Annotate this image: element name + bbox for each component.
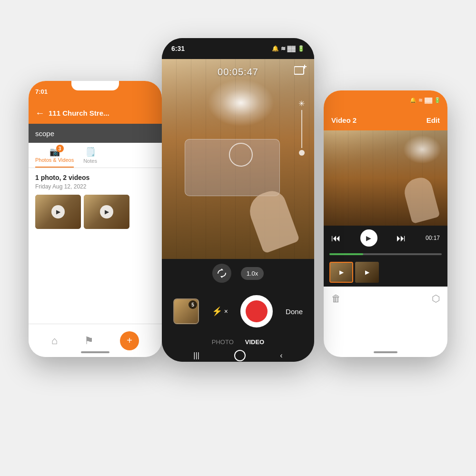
content-area-left: 1 photo, 2 videos Friday Aug 12, 2022 ▶ … [29,168,162,235]
video-mode-label[interactable]: VIDEO [245,338,264,346]
time-center: 6:31 [171,45,185,52]
header-left: ← 111 Church Stre... [29,102,162,124]
progress-track[interactable] [329,253,442,255]
menu-nav-icon: ||| [193,351,199,360]
camera-viewfinder[interactable]: 00:05:47 ✳ [162,59,314,259]
video-player-right[interactable] [324,130,447,226]
video-title: Video 2 [331,116,357,124]
photos-badge: 3 [56,145,64,152]
photo-mode-label[interactable]: PHOTO [212,338,234,346]
svg-rect-0 [294,67,304,74]
strip-play-2: ▶ [355,262,379,283]
status-bar-right: 🔔 ≋ ▓▓ 🔋 [324,90,447,109]
rewind-button[interactable]: ⏮ [331,233,341,244]
strip-thumb-1[interactable]: ▶ [329,262,353,283]
done-button[interactable]: Done [286,307,303,316]
gesture-bar-left [81,351,109,353]
bright-spot-right [403,135,441,164]
notch-center [209,38,267,50]
tab-photos-videos[interactable]: 📷 3 Photos & Videos [35,147,74,168]
zoom-button[interactable]: 1.0x [241,267,264,280]
gesture-bar-center: ||| ‹ [162,348,314,362]
signal-icon-right: ▓▓ [425,97,432,103]
phone-center: 6:31 🔔 ≋ ▓▓ 🔋 00:05:47 [162,38,314,362]
wifi-icon: ≋ [281,45,286,52]
scope-bar: scope [29,124,162,143]
play-button-2[interactable]: ▶ [100,205,113,218]
play-main-button[interactable]: ▶ [360,229,377,247]
photo-count: 1 photo, 2 videos [35,174,155,181]
signal-icon: ▓▓ [288,45,296,52]
tab-bar-left: 📷 3 Photos & Videos 🗒️ Notes [29,143,162,168]
record-button[interactable] [240,295,273,327]
bright-spot [208,79,274,127]
notch-left [71,81,119,90]
alarm-icon-right: 🔔 [410,97,416,103]
exposure-line [301,110,302,148]
date-label: Friday Aug 12, 2022 [35,183,155,190]
exposure-dot [299,150,305,156]
header-right: Video 2 Edit [324,109,447,130]
flag-nav-icon[interactable]: ⚑ [84,335,94,347]
flash-button[interactable]: ⚡ × [212,306,228,317]
playback-controls: ⏮ ▶ ⏭ 00:17 [324,226,447,250]
tab-notes-label: Notes [83,158,97,164]
exposure-control[interactable]: ✳ [298,99,305,166]
battery-icon-right: 🔋 [434,97,441,103]
scope-label: scope [35,129,54,138]
strip-thumb-2[interactable]: ▶ [355,262,379,283]
recording-timer: 00:05:47 [218,67,258,78]
phone-left: 7:01 ← 111 Church Stre... scope 📷 3 Phot… [29,81,162,357]
progress-fill [329,253,363,255]
thumbnail-row: ▶ ▶ [35,195,155,229]
play-button-1[interactable]: ▶ [51,205,65,218]
notes-icon: 🗒️ [85,147,96,157]
wifi-icon-right: ≋ [418,97,423,103]
delete-icon[interactable]: 🗑 [331,293,341,304]
back-button-left[interactable]: ← [35,108,45,119]
svg-marker-3 [220,268,223,270]
bottom-controls: 5 ⚡ × Done [162,288,314,335]
back-nav-icon: ‹ [280,351,282,360]
right-bottom-area: 🗑 ⬡ [324,287,447,310]
progress-bar-area[interactable] [324,250,447,258]
thumbnail-strip: ▶ ▶ [324,258,447,287]
add-photo-button[interactable] [294,65,307,79]
camera-controls-row: 1.0x [162,259,314,288]
home-nav-icon[interactable]: ⌂ [51,335,58,347]
playback-time: 00:17 [426,235,440,241]
svg-marker-4 [220,276,223,278]
count-badge-cam: 5 [188,300,197,309]
fast-forward-button[interactable]: ⏭ [397,233,406,244]
add-nav-icon[interactable]: + [120,331,139,350]
tab-photos-label: Photos & Videos [35,157,74,163]
status-icons-center: 🔔 ≋ ▓▓ 🔋 [272,45,305,52]
crop-icon[interactable]: ⬡ [432,293,440,304]
strip-play-1: ▶ [330,263,352,282]
home-nav-circle[interactable] [234,350,246,361]
flash-icon: ⚡ [212,306,222,317]
focus-indicator [229,143,253,167]
alarm-icon: 🔔 [272,45,279,52]
thumbnail-1[interactable]: ▶ [35,195,81,229]
flash-x-label: × [224,307,228,315]
sun-icon: ✳ [298,99,305,108]
camera-switch-button[interactable] [212,264,231,283]
phone-right: 🔔 ≋ ▓▓ 🔋 Video 2 Edit ⏮ ▶ ⏭ 00:17 ▶ [324,90,447,357]
edit-button-right[interactable]: Edit [426,116,440,124]
time-left: 7:01 [35,88,48,95]
battery-icon: 🔋 [298,45,305,52]
header-title-left: 111 Church Stre... [49,109,109,117]
record-inner [246,300,268,322]
thumbnail-2[interactable]: ▶ [84,195,129,229]
gesture-bar-right [374,351,397,353]
tab-notes[interactable]: 🗒️ Notes [83,147,97,168]
mode-selector: PHOTO VIDEO [162,335,314,348]
thumbnail-preview-cam[interactable]: 5 [173,298,199,324]
